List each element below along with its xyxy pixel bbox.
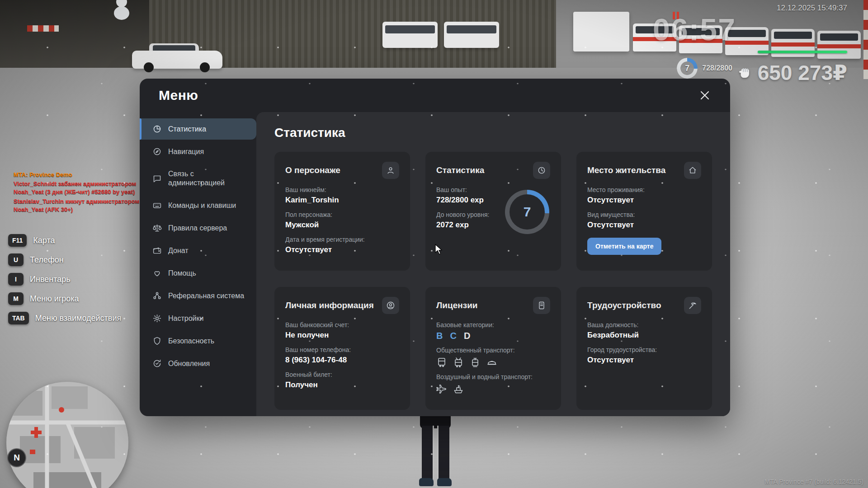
sidebar-item-settings[interactable]: Настройки [140,308,256,329]
sidebar-item-donate[interactable]: Донат [140,240,256,261]
person-icon [382,162,399,179]
card-residence: Место жительства Место проживания:Отсутс… [576,152,712,271]
hud-datetime: 12.12.2025 15:49:37 [777,4,847,13]
sidebar-item-commands[interactable]: Команды и клавиши [140,195,256,216]
license-category-c: C [450,331,456,341]
money-amount: 650 273₽ [758,61,847,85]
wallet-icon [152,246,162,255]
fist-icon [737,65,752,80]
menu-title: Меню [159,88,198,103]
driver-cap-icon [486,357,497,368]
card-licenses: Лицензии Базовые категории: B C D Общест… [425,287,561,410]
sidebar-item-help[interactable]: Помощь [140,263,256,284]
hud-level: 7 728/2800 [677,58,732,79]
mark-on-map-button[interactable]: Отметить на карте [587,238,661,255]
chat-bubble-icon [152,174,162,183]
license-category-d: D [464,331,470,341]
level-number: 7 [677,58,698,79]
clock-icon [533,162,550,179]
scales-icon [152,223,162,233]
license-card-icon [533,297,550,314]
level-progress-ring: 7 [505,190,549,234]
card-statistics: Статистика Ваш опыт:728/2800 exp До ново… [425,152,561,271]
card-character: О персонаже Ваш никнейм:Karim_Torshin По… [274,152,410,271]
stats-card-grid: О персонаже Ваш никнейм:Karim_Torshin По… [274,152,712,410]
menu-window: Меню Статистика Навигация Связь с админи… [140,79,730,416]
section-title: Статистика [274,126,712,140]
sidebar-item-statistics[interactable]: Статистика [140,118,256,140]
exp-counter: 728/2800 [702,64,732,72]
menu-header: Меню [140,79,730,112]
card-employment: Трудоустройство Ваша должность:Безработн… [576,287,712,410]
hud-money: 650 273₽ [737,61,847,85]
air-water-licenses [436,384,550,394]
public-transport-licenses [436,357,550,368]
close-icon[interactable] [697,87,713,103]
menu-content: Статистика О персонаже Ваш никнейм:Karim… [256,112,730,416]
health-bar [758,51,847,53]
refresh-check-icon [152,359,162,368]
plane-icon [436,384,447,394]
gear-icon [152,314,162,323]
sidebar-item-security[interactable]: Безопасность [140,330,256,352]
tram-icon [470,357,481,368]
card-personal-info: Личная информация Ваш банковский счет:Не… [274,287,410,410]
heart-hand-icon [152,268,162,278]
referral-network-icon [152,291,162,300]
person-circle-icon [382,297,399,314]
level-number: 7 [524,204,531,220]
license-categories: B C D [436,331,550,341]
sidebar-item-navigation[interactable]: Навигация [140,141,256,162]
shield-icon [152,336,162,346]
hud-clock: 06:57 [653,12,736,47]
sidebar-item-updates[interactable]: Обновления [140,353,256,374]
pickaxe-icon [684,297,701,314]
sidebar-item-referral[interactable]: Реферальная система [140,285,256,306]
keyboard-icon [152,201,162,210]
compass-icon [152,147,162,156]
ship-icon [453,384,464,394]
license-category-b: B [436,331,443,341]
menu-sidebar: Статистика Навигация Связь с администрац… [140,118,256,416]
house-icon [684,162,701,179]
bus-icon [436,357,447,368]
level-ring: 7 [677,58,698,79]
sidebar-item-server-rules[interactable]: Правила сервера [140,217,256,239]
pie-chart-icon [152,124,162,134]
sidebar-item-admin-contact[interactable]: Связь с администрацией [140,164,256,193]
trolleybus-icon [453,357,464,368]
game-screen: 12.12.2025 15:49:37 06:57 7 728/2800 650… [0,0,868,488]
